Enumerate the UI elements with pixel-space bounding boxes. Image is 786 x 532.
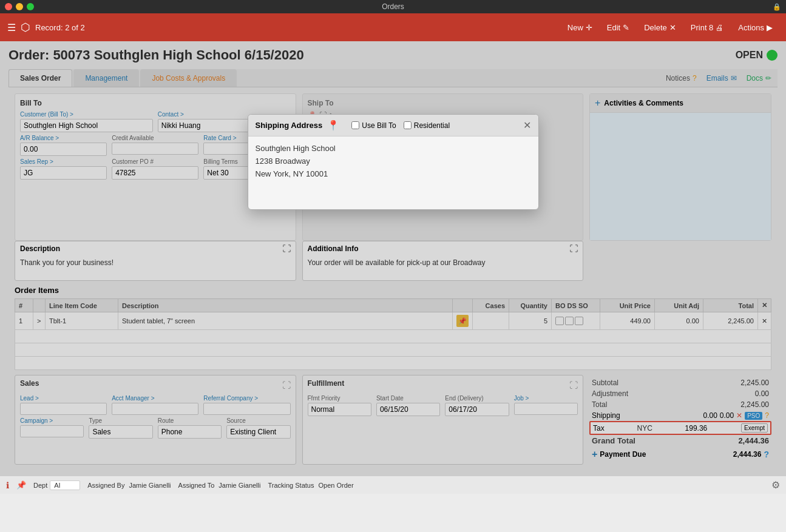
edit-label: Edit [607,23,620,32]
modal-location-icon: 📍 [327,120,339,131]
delete-label: Delete [644,23,667,32]
dept-value[interactable]: AI [50,480,80,490]
tracking-group: Tracking Status Open Order [268,482,353,489]
close-button[interactable] [5,3,12,10]
lock-icon: 🔒 [773,3,781,11]
minimize-button[interactable] [16,3,23,10]
footer-info-icon: ℹ [6,480,9,490]
actions-button[interactable]: Actions ▶ [732,21,779,35]
residential-label[interactable]: Residential [404,121,450,130]
modal-header: Shipping Address 📍 Use Bill To Residenti… [248,115,538,136]
use-bill-to-text: Use Bill To [362,121,396,130]
footer-dept: Dept AI [33,480,80,490]
assigned-to-label: Assigned To [178,482,215,489]
delete-button[interactable]: Delete ✕ [638,21,682,35]
new-icon: ✛ [586,23,592,32]
print-button[interactable]: Print 8 🖨 [685,21,730,35]
actions-icon: ▶ [767,23,773,32]
modal-address[interactable]: Southglen High School 1238 Broadway New … [256,143,531,180]
residential-checkbox[interactable] [404,121,412,129]
titlebar: Orders 🔒 [0,0,786,13]
delete-icon: ✕ [669,23,676,32]
modal-title: Shipping Address [256,121,323,130]
address-line2: 1238 Broadway [256,155,531,168]
gear-icon[interactable]: ⚙ [771,479,780,491]
use-bill-to-checkbox[interactable] [351,121,359,129]
tracking-value: Open Order [319,482,354,489]
assigned-by-value: Jamie Gianelli [129,482,171,489]
toolbar: ☰ ⬡ Record: 2 of 2 New ✛ Edit ✎ Delete ✕… [0,13,786,41]
modal-title-row: Shipping Address 📍 Use Bill To Residenti… [256,120,458,131]
edit-button[interactable]: Edit ✎ [601,21,635,35]
shipping-modal: Shipping Address 📍 Use Bill To Residenti… [248,114,539,210]
use-bill-to-label[interactable]: Use Bill To [351,121,396,130]
record-indicator: Record: 2 of 2 [35,23,85,32]
assigned-to-value: Jamie Gianelli [219,482,260,489]
footer-pin-icon[interactable]: 📌 [16,480,26,490]
tracking-label: Tracking Status [268,482,314,489]
dept-label: Dept [33,482,47,489]
assigned-by-group: Assigned By Jamie Gianelli [87,482,171,489]
toolbar-right: New ✛ Edit ✎ Delete ✕ Print 8 🖨 Actions … [561,21,779,35]
new-button[interactable]: New ✛ [561,21,598,35]
window-controls [5,3,34,10]
main-content: Order: 50073 Southglen High School 6/15/… [0,41,786,476]
print-icon: 🖨 [716,23,723,32]
assigned-to-group: Assigned To Jamie Gianelli [178,482,261,489]
modal-close-button[interactable]: ✕ [523,121,531,130]
actions-label: Actions [738,23,764,32]
modal-options: Use Bill To Residential [344,121,457,130]
maximize-button[interactable] [27,3,34,10]
hamburger-icon[interactable]: ☰ [7,22,16,33]
shipping-modal-overlay: Shipping Address 📍 Use Bill To Residenti… [0,41,786,476]
residential-text: Residential [414,121,450,130]
edit-icon: ✎ [623,23,629,32]
nav-arrow-icon[interactable]: ⬡ [21,21,30,34]
assigned-by-label: Assigned By [87,482,124,489]
address-line1: Southglen High School [256,143,531,155]
address-line3: New York, NY 10001 [256,168,531,181]
window-title: Orders [382,2,404,11]
toolbar-left: ☰ ⬡ Record: 2 of 2 [7,21,561,34]
print-label: Print 8 [691,23,714,32]
footer-bar: ℹ 📌 Dept AI Assigned By Jamie Gianelli A… [0,476,786,494]
modal-body: Southglen High School 1238 Broadway New … [248,136,538,209]
new-label: New [567,23,583,32]
